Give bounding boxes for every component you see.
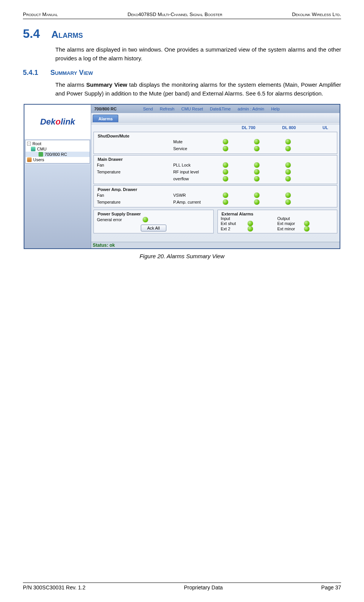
row-temperature: Temperature RF input level [97,168,334,175]
row-ext2-minor: Ext 2 Ext minor [221,226,334,231]
logo: Dekolink [24,105,91,139]
datetime-link[interactable]: Date&Time [210,107,231,111]
subsection-title: Summary View [50,69,93,76]
status-dot [248,226,253,231]
tree-cmu[interactable]: CMU [26,146,90,152]
group-shutdown-mute: ShutDown/Mute Mute Service [93,132,337,154]
row-fan: Fan VSWR [97,192,334,199]
status-dot [254,193,259,198]
tab-bar: Alarms [91,113,340,122]
tree-root[interactable]: -Root [26,141,90,146]
top-toolbar: 700/800 RC Send Refresh CMU Reset Date&T… [91,105,340,113]
status-dot [248,221,253,226]
status-dot [223,162,228,168]
status-dot [285,146,291,151]
status-dot [254,162,259,168]
row-service: Service [97,145,334,152]
status-bar: Status: ok [91,242,340,248]
status-dot [254,169,259,175]
sidebar-spacer [24,164,91,248]
sidebar: Dekolink -Root CMU 700/800 RC Users [24,105,91,248]
tree-700-800-rc[interactable]: 700/800 RC [26,152,90,157]
status-dot [285,162,291,168]
section-heading: 5.4Alarms [23,27,341,41]
header-right: Dekolink Wireless Ltd. [292,11,341,17]
ack-all-button[interactable]: Ack All [141,225,166,231]
status-dot [285,199,291,205]
auth-label: admin : Admin [238,107,264,111]
row-general-error: General error [97,216,210,223]
group-legend: ShutDown/Mute [96,134,131,138]
status-dot [223,169,228,175]
status-dot [285,193,291,198]
col-dl800: DL 800 [282,125,296,130]
row-input-output: Input Output [221,216,334,221]
header-center: Deko4078SD Multi-Channel Signal Booster [127,11,222,17]
status-dot [254,139,259,144]
row-overflow: overflow [97,175,334,182]
status-dot [223,199,228,205]
section-intro: The alarms are displayed in two windows.… [55,45,341,63]
header-left: Product Manual [23,11,58,17]
node-icon [39,152,43,157]
status-dot [254,176,259,181]
subsection-heading: 5.4.1Summary View [23,69,341,77]
subsection-number: 5.4.1 [23,69,38,76]
group-legend: External Alarms [220,212,255,216]
status-dot [223,146,228,151]
tree-users[interactable]: Users [26,157,90,162]
status-dot [223,176,228,181]
col-dl700: DL 700 [242,125,256,130]
status-dot [285,169,291,175]
row-temperature: Temperature P.Amp. current [97,199,334,206]
group-legend: Main Drawer [96,157,124,162]
page-footer: P/N 300SC30031 Rev. 1.2 Proprietary Data… [23,583,341,591]
help-link[interactable]: Help [271,107,280,111]
page-title: 700/800 RC [94,107,136,111]
app-window: Dekolink -Root CMU 700/800 RC Users 700/… [24,104,340,249]
panels: ShutDown/Mute Mute Service Main Drawer F… [91,131,340,242]
footer-center: Proprietary Data [184,584,223,591]
status-dot [285,176,291,181]
send-link[interactable]: Send [143,107,153,111]
status-dot [304,221,309,226]
footer-left: P/N 300SC30031 Rev. 1.2 [23,584,85,591]
row-fan: Fan PLL Lock [97,162,334,168]
subsection-text: The alarms Summary View tab displays the… [55,81,341,98]
status-dot [254,146,259,151]
node-icon [31,147,35,151]
group-external-alarms: External Alarms Input Output Ext shut Ex… [217,210,338,233]
status-dot [254,199,259,205]
section-title: Alarms [51,29,83,40]
user-icon [27,157,32,162]
status-dot [285,139,291,144]
row-mute: Mute [97,138,334,145]
figure-caption: Figure 20. Alarms Summary View [23,253,341,259]
footer-right: Page 37 [321,584,341,591]
group-power-supply: Power Supply Drawer General error Ack Al… [93,210,214,233]
group-legend: Power Supply Drawer [96,212,142,216]
status-dot [223,193,228,198]
column-headers: DL 700 DL 800 UL [91,125,340,131]
row-ext-shut-major: Ext shut Ext major [221,221,334,226]
col-ul: UL [322,125,328,130]
cmu-reset-link[interactable]: CMU Reset [181,107,203,111]
status-dot [223,139,228,144]
page-header: Product Manual Deko4078SD Multi-Channel … [23,11,341,19]
main-panel: 700/800 RC Send Refresh CMU Reset Date&T… [91,105,340,248]
section-number: 5.4 [23,27,40,40]
group-main-drawer: Main Drawer Fan PLL Lock Temperature RF … [93,155,337,184]
tab-alarms[interactable]: Alarms [93,115,118,122]
refresh-link[interactable]: Refresh [160,107,175,111]
status-dot [304,226,309,231]
group-legend: Power Amp. Drawer [96,187,139,192]
group-power-amp: Power Amp. Drawer Fan VSWR Temperature P… [93,185,337,207]
collapse-icon[interactable]: - [27,142,31,146]
status-dot [143,217,148,222]
nav-tree[interactable]: -Root CMU 700/800 RC Users [25,140,90,163]
